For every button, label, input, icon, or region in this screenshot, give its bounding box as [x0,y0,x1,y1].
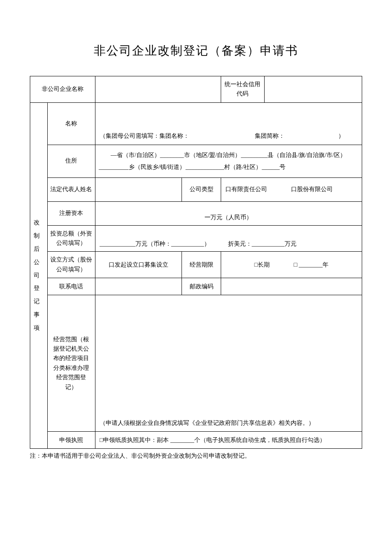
field-license[interactable]: □申领纸质执照其中：副本 ________个（电子执照系统自动生成，纸质执照自行… [95,432,362,449]
field-reg-capital[interactable]: 一万元（人民币） [95,201,362,225]
label-license: 申领执照 [47,432,95,449]
field-postal[interactable] [221,278,362,295]
field-phone[interactable] [95,278,182,295]
label-name: 名称 [47,102,95,145]
label-address: 住所 [47,145,95,177]
label-establish: 设立方式（股份公司填写） [47,252,95,278]
label-credit-code: 统一社会信用代码 [221,76,265,103]
label-company-type: 公司类型 [182,177,221,201]
label-company-name: 非公司企业名称 [30,76,95,103]
field-scope[interactable]: （申请人须根据企业自身情况填写《企业登记政府部门共享信息表》相关内容。） [95,295,362,432]
field-legal-rep[interactable] [95,177,182,201]
hint-group: （集团母公司需填写：集团名称： 集团简称： ） [95,128,362,145]
label-postal: 邮政编码 [182,278,221,295]
field-establish[interactable]: 口发起设立口募集设立 [95,252,182,278]
field-company-type[interactable]: 口有限责任公司 口股份有限公司 [221,177,362,201]
field-term[interactable]: □长期 □ ________年 [221,252,362,278]
label-phone: 联系电话 [47,278,95,295]
field-name[interactable] [95,102,362,128]
field-company-name[interactable] [95,76,221,103]
document-title: 非公司企业改制登记（备案）申请书 [30,43,362,59]
section-label: 改制后公司登记事项 [30,102,48,448]
label-legal-rep: 法定代表人姓名 [47,177,95,201]
form-table: 非公司企业名称 统一社会信用代码 改制后公司登记事项 名称 （集团母公司需填写：… [30,76,362,449]
field-address[interactable]: —省（市/自治区）________市（地区/盟/自治州）_________县（自… [95,145,362,177]
field-total-invest[interactable]: ____________万元（币种：___________） 折美元：_____… [95,225,362,252]
field-credit-code[interactable] [264,76,362,103]
label-total-invest: 投资总额（外资公司填写） [47,225,95,252]
label-reg-capital: 注册资本 [47,201,95,225]
label-term: 经营期限 [182,252,221,278]
label-scope: 经营范围（根据登记机关公布的经营项目分类标准办理经营范围登记） [47,295,95,432]
footer-note: 注：本申请书适用于非公司企业法人、非公司制外资企业改制为公司申请改制登记。 [30,451,362,460]
